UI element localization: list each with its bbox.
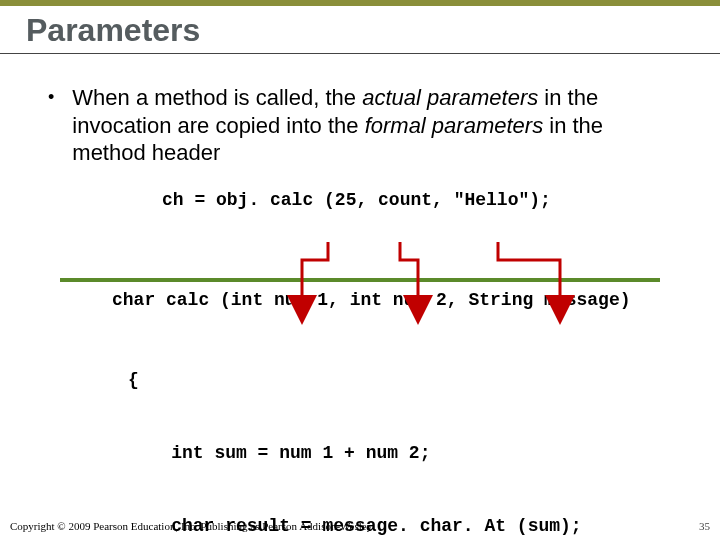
slide-title: Parameters (26, 12, 720, 49)
code-signature-line: char calc (int num 1, int num 2, String … (112, 289, 680, 312)
bullet-em1: actual parameters (362, 85, 538, 110)
code-line-1: int sum = num 1 + num 2; (128, 441, 680, 465)
copyright-text: Copyright © 2009 Pearson Education, Inc.… (10, 520, 372, 532)
content-area: • When a method is called, the actual pa… (0, 54, 720, 540)
title-block: Parameters (0, 6, 720, 54)
bullet-pre: When a method is called, the (72, 85, 362, 110)
footer: Copyright © 2009 Pearson Education, Inc.… (10, 520, 710, 532)
bullet-item: • When a method is called, the actual pa… (48, 84, 680, 167)
code-body-block: { int sum = num 1 + num 2; char result =… (128, 320, 680, 541)
bullet-dot-icon: • (48, 84, 54, 167)
page-number: 35 (699, 520, 710, 532)
bullet-text: When a method is called, the actual para… (72, 84, 680, 167)
code-call-line: ch = obj. calc (25, count, "Hello"); (162, 189, 680, 212)
code-brace-open: { (128, 368, 680, 392)
bullet-em2: formal parameters (365, 113, 544, 138)
